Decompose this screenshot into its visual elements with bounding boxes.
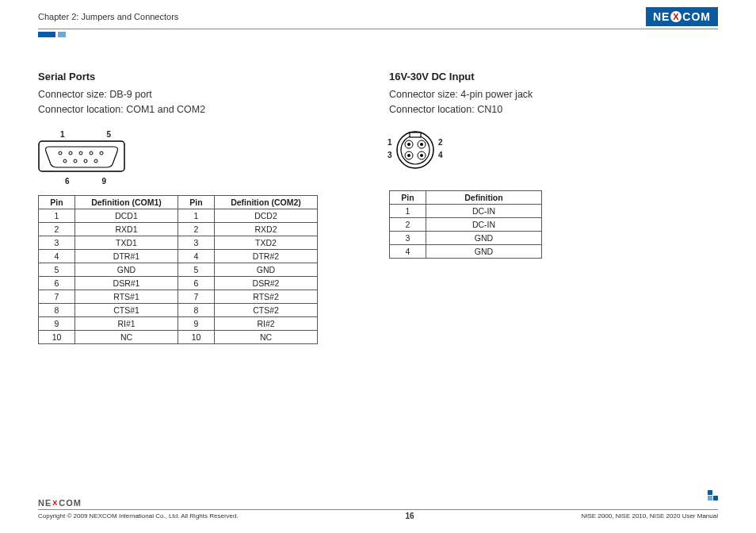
- svg-point-2: [69, 151, 72, 155]
- table-cell: 2: [178, 222, 215, 236]
- table-cell: NC: [75, 330, 178, 343]
- db9-pin-label-9: 9: [101, 177, 106, 186]
- logo-x-icon: X: [670, 11, 682, 22]
- table-cell: TXD1: [75, 236, 178, 249]
- svg-point-5: [100, 151, 103, 155]
- th-def: Definition: [426, 190, 542, 204]
- svg-rect-0: [39, 141, 124, 171]
- serial-ports-section: Serial Ports Connector size: DB-9 port C…: [38, 71, 367, 344]
- table-cell: 7: [178, 290, 215, 303]
- svg-point-14: [407, 143, 410, 146]
- svg-point-1: [59, 151, 62, 155]
- header-accent-blocks: [38, 32, 66, 37]
- footer-logo-left: NE: [38, 498, 52, 508]
- table-cell: DTR#2: [215, 249, 318, 263]
- table-cell: 4: [178, 249, 215, 263]
- svg-point-20: [420, 154, 423, 157]
- table-cell: RI#1: [75, 316, 178, 330]
- table-cell: DCD1: [75, 209, 178, 222]
- table-cell: 7: [39, 290, 75, 303]
- table-cell: 2: [39, 222, 75, 236]
- svg-point-9: [94, 159, 97, 163]
- svg-point-4: [90, 151, 93, 155]
- table-cell: DSR#1: [75, 276, 178, 290]
- table-cell: 1: [178, 209, 215, 222]
- table-cell: 6: [178, 276, 215, 290]
- table-row: 4DTR#14DTR#2: [39, 249, 318, 263]
- table-row: 2DC-IN: [390, 217, 542, 231]
- table-cell: CTS#1: [75, 303, 178, 316]
- table-row: 5GND5GND: [39, 263, 318, 276]
- page-number: 16: [406, 512, 414, 520]
- fourpin-label-1: 1: [388, 138, 392, 147]
- table-cell: CTS#2: [215, 303, 318, 316]
- chapter-title: Chapter 2: Jumpers and Connectors: [38, 12, 178, 21]
- table-cell: GND: [215, 263, 318, 276]
- dc-pin-table: Pin Definition 1DC-IN2DC-IN3GND4GND: [389, 190, 542, 259]
- table-row: 6DSR#16DSR#2: [39, 276, 318, 290]
- table-row: 7RTS#17RTS#2: [39, 290, 318, 303]
- db9-pin-label-1: 1: [60, 130, 65, 139]
- table-cell: RXD1: [75, 222, 178, 236]
- fourpin-connector-diagram: 1 3 2 4: [389, 130, 460, 171]
- table-cell: RXD2: [215, 222, 318, 236]
- footer-logo-x-icon: X: [52, 499, 58, 507]
- table-cell: 4: [39, 249, 75, 263]
- th-def1: Definition (COM1): [75, 195, 178, 209]
- serial-size-text: Connector size: DB-9 port: [38, 87, 367, 102]
- th-pin2: Pin: [178, 195, 215, 209]
- table-row: 1DC-IN: [390, 204, 542, 217]
- svg-point-11: [401, 136, 430, 164]
- fourpin-label-3: 3: [388, 151, 392, 159]
- table-row: 4GND: [390, 244, 542, 258]
- table-row: 3GND: [390, 231, 542, 244]
- table-row: 10NC10NC: [39, 330, 318, 343]
- fourpin-connector-icon: [395, 130, 435, 170]
- db9-connector-diagram: 1 5 6 9: [38, 130, 133, 186]
- table-cell: DTR#1: [75, 249, 178, 263]
- footer-logo: NE X COM: [38, 498, 718, 508]
- copyright-text: Copyright © 2009 NEXCOM International Co…: [38, 512, 239, 520]
- table-cell: 3: [390, 231, 426, 244]
- serial-location-text: Connector location: COM1 and COM2: [38, 102, 367, 117]
- dc-input-section: 16V-30V DC Input Connector size: 4-pin p…: [389, 71, 718, 344]
- brand-logo: NE X COM: [646, 7, 718, 26]
- header-rule: [38, 29, 718, 29]
- th-def2: Definition (COM2): [215, 195, 318, 209]
- table-cell: RTS#1: [75, 290, 178, 303]
- svg-point-7: [74, 159, 77, 163]
- table-cell: 4: [390, 244, 426, 258]
- svg-point-8: [84, 159, 87, 163]
- footer-accent-icon: [708, 490, 718, 500]
- table-cell: GND: [426, 244, 542, 258]
- db9-connector-icon: [38, 140, 125, 172]
- table-cell: 6: [39, 276, 75, 290]
- table-cell: 5: [39, 263, 75, 276]
- manual-name: NISE 2000, NISE 2010, NISE 2020 User Man…: [581, 512, 718, 520]
- table-row: 1DCD11DCD2: [39, 209, 318, 222]
- table-cell: GND: [75, 263, 178, 276]
- table-cell: 8: [39, 303, 75, 316]
- table-cell: NC: [215, 330, 318, 343]
- section-title-dc: 16V-30V DC Input: [389, 71, 718, 82]
- fourpin-label-2: 2: [438, 138, 443, 147]
- th-pin: Pin: [390, 190, 426, 204]
- db9-pin-label-5: 5: [106, 130, 111, 139]
- table-cell: 2: [390, 217, 426, 231]
- table-header-row: Pin Definition (COM1) Pin Definition (CO…: [39, 195, 318, 209]
- table-cell: 3: [39, 236, 75, 249]
- table-row: 9RI#19RI#2: [39, 316, 318, 330]
- svg-point-3: [79, 151, 82, 155]
- table-cell: DC-IN: [426, 217, 542, 231]
- table-cell: 9: [178, 316, 215, 330]
- section-title-serial: Serial Ports: [38, 71, 367, 82]
- db9-pin-label-6: 6: [65, 177, 70, 186]
- dc-location-text: Connector location: CN10: [389, 102, 718, 117]
- table-cell: 8: [178, 303, 215, 316]
- table-cell: GND: [426, 231, 542, 244]
- svg-point-6: [63, 159, 67, 163]
- svg-point-16: [420, 143, 423, 146]
- table-header-row: Pin Definition: [390, 190, 542, 204]
- table-cell: 5: [178, 263, 215, 276]
- th-pin1: Pin: [39, 195, 75, 209]
